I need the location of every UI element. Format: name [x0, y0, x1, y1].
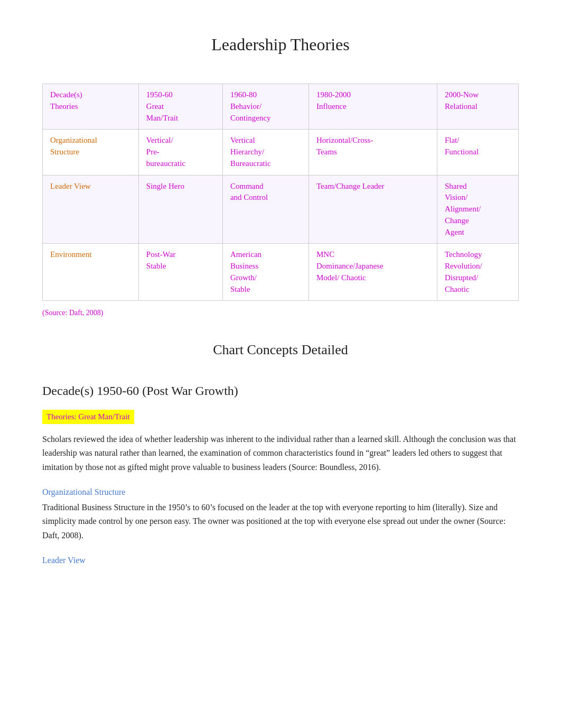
- header-cell-1980: 1980-2000Influence: [308, 84, 437, 130]
- row-leader-1980: Team/Change Leader: [308, 175, 437, 244]
- row-env-1950: Post-WarStable: [138, 244, 222, 301]
- header-cell-label: Decade(s)Theories: [43, 84, 139, 130]
- theories-table: Decade(s)Theories 1950-60GreatMan/Trait …: [42, 84, 519, 301]
- row-org-2000: Flat/Functional: [437, 130, 518, 175]
- leadership-theories-table: Decade(s)Theories 1950-60GreatMan/Trait …: [42, 84, 519, 301]
- row-label-org: OrganizationalStructure: [43, 130, 139, 175]
- table-header-row: Decade(s)Theories 1950-60GreatMan/Trait …: [43, 84, 519, 130]
- page-title: Leadership Theories: [42, 32, 519, 57]
- header-cell-2000: 2000-NowRelational: [437, 84, 518, 130]
- org-structure-block: Organizational Structure Traditional Bus…: [42, 486, 519, 542]
- leader-view-heading: Leader View: [42, 554, 519, 567]
- row-leader-1950: Single Hero: [138, 175, 222, 244]
- row-env-1960: AmericanBusinessGrowth/Stable: [222, 244, 308, 301]
- table-source-note: (Source: Daft, 2008): [42, 307, 519, 318]
- highlight-label: Theories: Great Man/Trait: [42, 410, 134, 424]
- table-row-leader: Leader View Single Hero Commandand Contr…: [43, 175, 519, 244]
- row-env-2000: TechnologyRevolution/Disrupted/Chaotic: [437, 244, 518, 301]
- row-label-leader: Leader View: [43, 175, 139, 244]
- row-env-1980: MNCDominance/JapaneseModel/ Chaotic: [308, 244, 437, 301]
- row-org-1980: Horizontal/Cross-Teams: [308, 130, 437, 175]
- row-leader-1960: Commandand Control: [222, 175, 308, 244]
- row-leader-2000: SharedVision/Alignment/ChangeAgent: [437, 175, 518, 244]
- table-row-env: Environment Post-WarStable AmericanBusin…: [43, 244, 519, 301]
- org-structure-heading: Organizational Structure: [42, 486, 519, 499]
- header-cell-1960: 1960-80Behavior/Contingency: [222, 84, 308, 130]
- row-label-env: Environment: [43, 244, 139, 301]
- section2-title: Chart Concepts Detailed: [42, 339, 519, 360]
- subsection1-title: Decade(s) 1950-60 (Post War Growth): [42, 381, 519, 400]
- header-cell-1950: 1950-60GreatMan/Trait: [138, 84, 222, 130]
- body-paragraph1: Scholars reviewed the idea of whether le…: [42, 432, 519, 474]
- org-structure-text: Traditional Business Structure in the 19…: [42, 501, 519, 542]
- row-org-1960: VerticalHierarchy/Bureaucratic: [222, 130, 308, 175]
- table-row-org: OrganizationalStructure Vertical/Pre-bur…: [43, 130, 519, 175]
- row-org-1950: Vertical/Pre-bureaucratic: [138, 130, 222, 175]
